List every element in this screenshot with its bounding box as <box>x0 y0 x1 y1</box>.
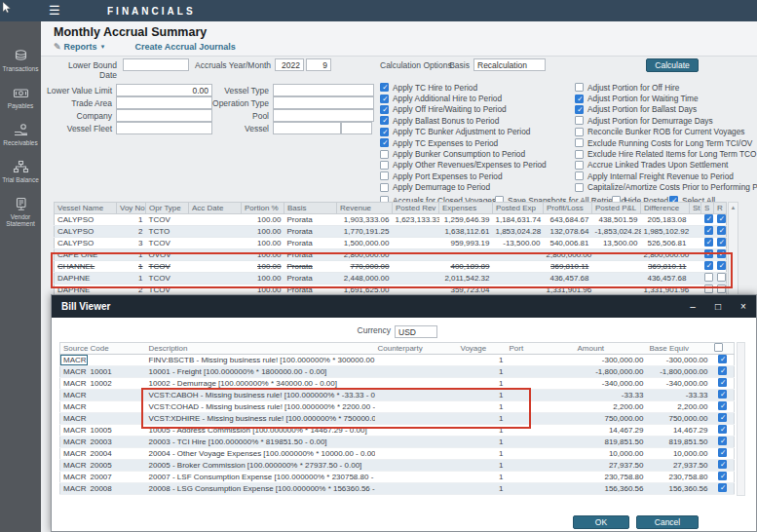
checkbox-adjust-portion-for-waiting-time[interactable]: ✓ <box>575 95 584 103</box>
bill-row-checkbox[interactable]: ✓ <box>718 390 727 399</box>
pool-input[interactable] <box>273 109 374 122</box>
checkbox-adjust-portion-for-off-hire[interactable] <box>575 83 584 92</box>
column-header-difference[interactable]: Difference <box>641 203 690 214</box>
calculate-button[interactable]: Calculate <box>646 58 699 72</box>
bill-row-checkbox[interactable]: ✓ <box>718 472 727 480</box>
sidebar-item-transactions[interactable]: Transactions <box>0 49 41 72</box>
row-s-checkbox[interactable]: ✓ <box>704 238 713 247</box>
bill-row[interactable]: MACR2000420004 - Other Voyage Expenses [… <box>60 448 735 460</box>
bill-column-header-voyage[interactable]: Voyage <box>458 343 507 355</box>
maximize-button[interactable]: □ <box>705 295 731 318</box>
grid-row-calypso-3[interactable]: CALYPSO3TCOV100.00Prorata1,500,000.00959… <box>55 238 727 249</box>
row-s-checkbox[interactable]: ✓ <box>704 261 713 270</box>
column-header-posted-rev[interactable]: Posted Rev <box>393 203 439 214</box>
bill-column-header-base-equiv[interactable]: Base Equiv <box>647 343 711 355</box>
create-accrual-journals-button[interactable]: Create Accrual Journals <box>135 42 236 52</box>
bill-row[interactable]: MACRVCST:CABOH - Missing business rule! … <box>60 390 735 401</box>
grid-row-calypso-1[interactable]: CALYPSO1TCOV100.00Prorata1,903,333.061,6… <box>55 214 727 226</box>
vessel-type-input[interactable] <box>273 84 374 96</box>
checkbox-accrue-linked-trades-upon-settlement[interactable] <box>575 161 584 170</box>
checkbox-apply-port-expenses-to-period[interactable] <box>380 171 389 180</box>
operation-type-input[interactable] <box>273 96 374 109</box>
row-s-checkbox[interactable]: ✓ <box>704 214 713 223</box>
bill-column-header-counterparty[interactable]: Counterparty <box>375 343 458 355</box>
bill-row[interactable]: MACR1000110001 - Freight [100.000000% * … <box>60 366 735 378</box>
column-header-posted-exp[interactable]: Posted Exp <box>493 203 544 214</box>
close-button[interactable]: × <box>731 295 756 318</box>
checkbox-apply-tc-expenses-to-period[interactable]: ✓ <box>380 138 389 147</box>
checkbox-apply-bunker-consumption-to-period[interactable] <box>380 150 389 159</box>
column-header-opr-type[interactable]: Opr Type <box>146 203 189 214</box>
bill-row[interactable]: MACRFINV:BSCTB - Missing business rule! … <box>60 355 735 366</box>
checkbox-exclude-running-costs-for-long-term-tci-ov[interactable] <box>575 138 584 147</box>
column-header-voy-no[interactable]: Voy No. <box>117 203 146 214</box>
row-s-checkbox[interactable] <box>704 285 713 293</box>
menu-icon[interactable]: ☰ <box>49 3 60 18</box>
lower-bound-date-input[interactable] <box>123 58 189 71</box>
sidebar-item-payables[interactable]: Payables <box>0 86 41 109</box>
bill-column-header-source[interactable]: Source <box>60 343 88 355</box>
bill-row-checkbox[interactable]: ✓ <box>718 425 727 434</box>
row-r-checkbox[interactable]: ✓ <box>717 214 726 223</box>
checkbox-adjust-portion-for-ballast-days[interactable]: ✓ <box>575 105 584 114</box>
checkbox-reconcile-bunker-rob-for-current-voyages[interactable] <box>575 128 584 136</box>
vessel-input[interactable] <box>273 122 341 134</box>
grid-row-channel-1[interactable]: CHANNEL1TCOV100.00Prorata770,000.00400,1… <box>55 261 727 273</box>
checkbox-apply-tc-bunker-adjustment-to-period[interactable]: ✓ <box>380 128 389 136</box>
bill-row-checkbox[interactable]: ✓ <box>718 448 727 457</box>
row-r-checkbox[interactable] <box>717 285 726 293</box>
bill-row-checkbox[interactable]: ✓ <box>718 437 727 445</box>
row-r-checkbox[interactable] <box>717 273 726 282</box>
bill-row[interactable]: MACRVCST:XDHIRE - Missing business rule!… <box>60 413 735 425</box>
grid-scrollbar[interactable]: ▲ <box>728 202 738 295</box>
accruals-month-input[interactable] <box>306 58 331 71</box>
modal-scrollbar[interactable] <box>737 342 745 496</box>
ok-button[interactable]: OK <box>573 515 629 529</box>
sidebar-item-receivables[interactable]: Receivables <box>0 123 41 146</box>
checkbox-apply-off-hire-waiting-to-period[interactable]: ✓ <box>380 105 389 114</box>
bill-row-checkbox[interactable]: ✓ <box>718 366 727 375</box>
row-s-checkbox[interactable]: ✓ <box>704 226 713 235</box>
checkbox-apply-additional-hire-to-period[interactable]: ✓ <box>380 95 389 103</box>
grid-row-calypso-2[interactable]: CALYPSO2TCTO100.00Prorata1,770,191.251,6… <box>55 226 727 238</box>
bill-row[interactable]: MACRVCST:COHAD - Missing business rule! … <box>60 401 735 413</box>
checkbox-apply-other-revenues-expenses-to-period[interactable] <box>380 161 389 170</box>
grid-row-daphne-1[interactable]: DAPHNE1TCOV100.00Prorata2,448,000.002,01… <box>55 273 727 285</box>
column-header-vessel-name[interactable]: Vessel Name <box>55 203 117 214</box>
bill-row[interactable]: MACR2000320003 - TCI Hire [100.000000% *… <box>60 437 735 448</box>
bill-column-header-amount[interactable]: Amount <box>575 343 647 355</box>
accruals-year-input[interactable] <box>275 58 304 71</box>
bill-column-header-code[interactable]: Code <box>88 343 146 355</box>
bill-row-checkbox[interactable]: ✓ <box>718 378 727 387</box>
checkbox-exclude-hire-related-items-for-long-term-tco[interactable] <box>575 150 584 159</box>
row-r-checkbox[interactable]: ✓ <box>717 238 726 247</box>
bill-row[interactable]: MACR1000510005 - Address Commission [100… <box>60 425 735 437</box>
bill-row[interactable]: MACR1000210002 - Demurrage [100.000000% … <box>60 378 735 390</box>
column-header-posted-p-l[interactable]: Posted P&L <box>592 203 641 214</box>
checkbox-capitalize-amortize-costs-prior-to-performing-p[interactable] <box>575 183 584 192</box>
column-header-s[interactable]: S <box>701 203 714 214</box>
sidebar-item-vendor-statement[interactable]: Vendor Statement <box>0 197 41 227</box>
basis-input[interactable] <box>473 58 546 71</box>
bill-row-checkbox[interactable]: ✓ <box>718 401 727 410</box>
cancel-button[interactable]: Cancel <box>636 515 699 529</box>
column-header-r[interactable]: R <box>714 203 727 214</box>
column-header-basis[interactable]: Basis <box>284 203 337 214</box>
row-s-checkbox[interactable] <box>704 273 713 282</box>
scroll-up-icon[interactable]: ▲ <box>729 203 738 212</box>
column-header-expenses[interactable]: Expenses <box>439 203 493 214</box>
grid-row-cape-one-1[interactable]: CAPE ONE1OVOV100.00Prorata2,800,000.002,… <box>55 249 727 261</box>
checkbox-apply-tc-hire-to-period[interactable]: ✓ <box>380 83 389 92</box>
column-header-revenue[interactable]: Revenue <box>337 203 393 214</box>
checkbox-apply-ballast-bonus-to-period[interactable]: ✓ <box>380 116 389 125</box>
row-s-checkbox[interactable]: ✓ <box>704 249 713 258</box>
reports-button[interactable]: ✎ Reports ▼ <box>54 42 106 52</box>
bill-row-checkbox[interactable]: ✓ <box>718 413 727 422</box>
row-r-checkbox[interactable]: ✓ <box>717 249 726 258</box>
bill-row-checkbox[interactable]: ✓ <box>718 355 727 363</box>
bill-row[interactable]: MACR2000820008 - LSG Consumption Expense… <box>60 483 735 495</box>
bill-row-checkbox[interactable]: ✓ <box>718 483 727 492</box>
bill-row[interactable]: MACR2000520005 - Broker Commission [100.… <box>60 460 735 472</box>
checkbox-apply-internal-freight-revenue-to-period[interactable] <box>575 171 584 180</box>
checkbox-adjust-portion-for-demurrage-days[interactable] <box>575 116 584 125</box>
